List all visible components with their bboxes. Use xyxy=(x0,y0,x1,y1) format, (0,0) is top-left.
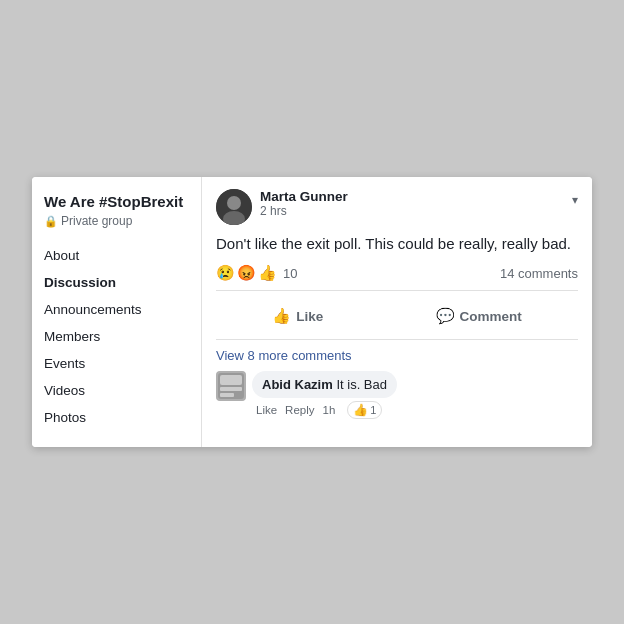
sidebar-item-members[interactable]: Members xyxy=(44,323,189,350)
sidebar-item-events[interactable]: Events xyxy=(44,350,189,377)
comment-like-action[interactable]: Like xyxy=(256,404,277,416)
reactions-left: 😢 😡 👍 10 xyxy=(216,264,297,282)
like-icon: 👍 xyxy=(272,307,291,325)
post-user-info: Marta Gunner 2 hrs xyxy=(260,189,348,218)
post-actions: 👍 Like 💬 Comment xyxy=(216,299,578,340)
svg-rect-6 xyxy=(220,387,242,391)
comment-row: Abid Kazim It is. Bad Like Reply 1h 👍 1 xyxy=(216,371,578,419)
comment-reaction-count: 1 xyxy=(370,404,376,416)
comment-reply-action[interactable]: Reply xyxy=(285,404,314,416)
comment-like-blue-icon: 👍 xyxy=(353,403,368,417)
comment-meta: Like Reply 1h 👍 1 xyxy=(252,401,397,419)
sidebar-item-about[interactable]: About xyxy=(44,242,189,269)
comment-reaction-badge: 👍 1 xyxy=(347,401,382,419)
comment-text: It is. Bad xyxy=(336,377,387,392)
comment-avatar xyxy=(216,371,246,401)
sidebar-item-videos[interactable]: Videos xyxy=(44,377,189,404)
comment-bubble: Abid Kazim It is. Bad xyxy=(252,371,397,398)
reaction-sad-emoji: 😢 xyxy=(216,264,235,282)
sidebar-nav: About Discussion Announcements Members E… xyxy=(44,242,189,431)
lock-icon: 🔒 xyxy=(44,215,58,228)
sidebar-item-announcements[interactable]: Announcements xyxy=(44,296,189,323)
chevron-down-icon[interactable]: ▾ xyxy=(572,193,578,207)
sidebar-item-discussion[interactable]: Discussion xyxy=(44,269,189,296)
post-header-left: Marta Gunner 2 hrs xyxy=(216,189,348,225)
sidebar-item-photos[interactable]: Photos xyxy=(44,404,189,431)
comment-time: 1h xyxy=(323,404,336,416)
post-username: Marta Gunner xyxy=(260,189,348,204)
comment-content: Abid Kazim It is. Bad Like Reply 1h 👍 1 xyxy=(252,371,397,419)
private-label-text: Private group xyxy=(61,214,132,228)
reaction-angry-emoji: 😡 xyxy=(237,264,256,282)
svg-rect-5 xyxy=(220,375,242,385)
like-button[interactable]: 👍 Like xyxy=(252,301,343,331)
comment-button[interactable]: 💬 Comment xyxy=(416,301,542,331)
group-sidebar: We Are #StopBrexit 🔒 Private group About… xyxy=(32,177,202,447)
post-reactions-row: 😢 😡 👍 10 14 comments xyxy=(216,264,578,291)
like-label: Like xyxy=(296,309,323,324)
comment-author: Abid Kazim xyxy=(262,377,333,392)
private-label: 🔒 Private group xyxy=(44,214,189,228)
comment-label: Comment xyxy=(460,309,522,324)
comments-count[interactable]: 14 comments xyxy=(500,266,578,281)
post-header: Marta Gunner 2 hrs ▾ xyxy=(216,189,578,225)
reaction-like-emoji: 👍 xyxy=(258,264,277,282)
group-name: We Are #StopBrexit xyxy=(44,193,189,210)
post-time: 2 hrs xyxy=(260,204,348,218)
svg-rect-7 xyxy=(220,393,234,397)
post-main-content: Marta Gunner 2 hrs ▾ Don't like the exit… xyxy=(202,177,592,447)
avatar xyxy=(216,189,252,225)
view-more-comments[interactable]: View 8 more comments xyxy=(216,348,578,363)
post-body: Don't like the exit poll. This could be … xyxy=(216,233,578,254)
comment-icon: 💬 xyxy=(436,307,455,325)
reaction-count: 10 xyxy=(283,266,297,281)
svg-point-1 xyxy=(227,196,241,210)
facebook-post-card: We Are #StopBrexit 🔒 Private group About… xyxy=(32,177,592,447)
